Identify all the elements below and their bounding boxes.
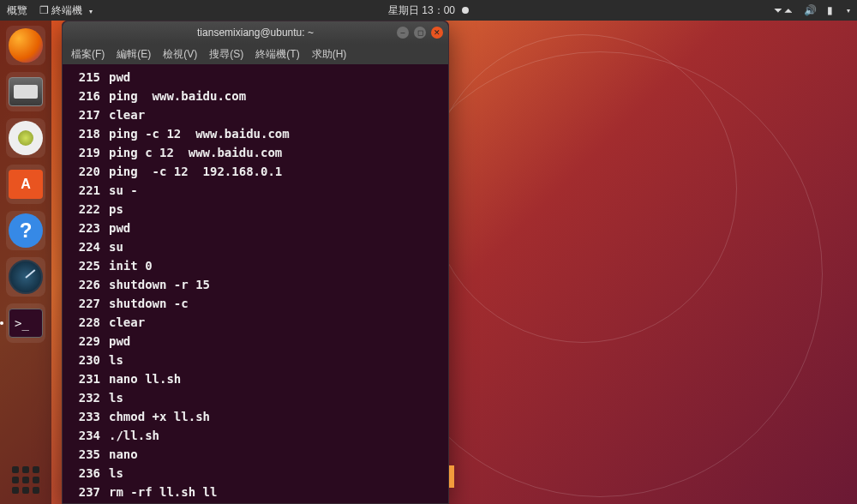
history-number: 221 bbox=[69, 181, 100, 200]
clock[interactable]: 星期日 13：00 bbox=[388, 3, 469, 18]
terminal-window: tiansemixiang@ubuntu: ~ – ◻ ✕ 檔案(F) 編輯(E… bbox=[62, 21, 449, 504]
history-command: su - bbox=[109, 181, 138, 200]
terminal-title: tiansemixiang@ubuntu: ~ bbox=[63, 27, 448, 39]
help-icon: ? bbox=[9, 213, 43, 248]
history-command: ls bbox=[109, 388, 123, 407]
activities-button[interactable]: 概覽 bbox=[7, 3, 27, 18]
history-command: ping -c 12 192.168.0.1 bbox=[109, 162, 282, 181]
history-line: 236ls bbox=[69, 464, 441, 483]
dock-help[interactable]: ? bbox=[6, 211, 45, 250]
history-command: ps bbox=[109, 200, 123, 219]
history-line: 227shutdown -c bbox=[69, 294, 441, 313]
history-command: init 0 bbox=[109, 256, 153, 275]
history-line: 231nano ll.sh bbox=[69, 369, 441, 388]
menu-terminal[interactable]: 終端機(T) bbox=[255, 47, 299, 62]
volume-icon[interactable]: 🔊 bbox=[804, 4, 817, 16]
battery-icon[interactable]: ▮ bbox=[827, 4, 833, 16]
notification-dot-icon bbox=[462, 7, 469, 14]
terminal-titlebar[interactable]: tiansemixiang@ubuntu: ~ – ◻ ✕ bbox=[63, 21, 448, 44]
terminal-icon: >_ bbox=[9, 309, 43, 338]
files-icon bbox=[9, 77, 43, 106]
dock-rhythmbox[interactable] bbox=[6, 118, 45, 158]
wallpaper-circle-small bbox=[428, 34, 737, 343]
top-panel: 概覽 ❐ 終端機 ▾ 星期日 13：00 ⏷⏶ 🔊 ▮ ▾ bbox=[0, 0, 857, 21]
history-line: 237rm -rf ll.sh ll bbox=[69, 483, 441, 501]
window-close-button[interactable]: ✕ bbox=[431, 27, 443, 39]
history-line: 216ping www.baidu.com bbox=[69, 87, 441, 105]
history-number: 235 bbox=[69, 445, 100, 464]
chevron-down-icon: ▾ bbox=[847, 7, 850, 15]
history-line: 225init 0 bbox=[69, 256, 441, 275]
terminal-icon: ❐ bbox=[39, 4, 49, 16]
menu-help[interactable]: 求助(H) bbox=[312, 47, 347, 62]
network-icon[interactable]: ⏷⏶ bbox=[773, 4, 794, 16]
history-line: 222ps bbox=[69, 200, 441, 219]
history-command: pwd bbox=[109, 68, 130, 87]
history-line: 218ping -c 12 www.baidu.com bbox=[69, 124, 441, 143]
system-tray[interactable]: ⏷⏶ 🔊 ▮ ▾ bbox=[773, 4, 850, 16]
history-line: 220ping -c 12 192.168.0.1 bbox=[69, 162, 441, 181]
history-command: su bbox=[109, 237, 123, 256]
history-line: 217clear bbox=[69, 105, 441, 124]
history-command: pwd bbox=[109, 332, 130, 351]
history-number: 229 bbox=[69, 332, 100, 351]
history-number: 215 bbox=[69, 68, 100, 87]
window-maximize-button[interactable]: ◻ bbox=[414, 27, 426, 39]
history-line: 223pwd bbox=[69, 219, 441, 237]
clock-icon bbox=[9, 260, 43, 294]
history-command: ping -c 12 www.baidu.com bbox=[109, 124, 290, 143]
history-command: ./ll.sh bbox=[109, 426, 159, 445]
dock-software[interactable]: A bbox=[6, 165, 45, 204]
dock: A ? >_ bbox=[0, 21, 51, 504]
history-number: 226 bbox=[69, 275, 100, 294]
history-number: 233 bbox=[69, 407, 100, 426]
history-number: 232 bbox=[69, 388, 100, 407]
history-number: 236 bbox=[69, 464, 100, 483]
dock-clocks[interactable] bbox=[6, 257, 45, 297]
history-command: nano ll.sh bbox=[109, 369, 181, 388]
store-icon: A bbox=[9, 170, 43, 199]
history-number: 216 bbox=[69, 87, 100, 105]
history-line: 221su - bbox=[69, 181, 441, 200]
history-number: 222 bbox=[69, 200, 100, 219]
menu-file[interactable]: 檔案(F) bbox=[71, 47, 105, 62]
history-number: 234 bbox=[69, 426, 100, 445]
history-command: shutdown -r 15 bbox=[109, 275, 210, 294]
app-menu[interactable]: ❐ 終端機 ▾ bbox=[39, 3, 93, 18]
history-command: rm -rf ll.sh ll bbox=[109, 483, 217, 501]
window-minimize-button[interactable]: – bbox=[397, 27, 409, 39]
history-line: 224su bbox=[69, 237, 441, 256]
history-line: 235nano bbox=[69, 445, 441, 464]
history-line: 215pwd bbox=[69, 68, 441, 87]
history-number: 228 bbox=[69, 313, 100, 332]
app-menu-label: 終端機 bbox=[51, 4, 82, 16]
history-command: nano bbox=[109, 445, 138, 464]
firefox-icon bbox=[9, 28, 43, 63]
history-command: pwd bbox=[109, 219, 130, 237]
history-command: chmod +x ll.sh bbox=[109, 407, 210, 426]
menu-edit[interactable]: 編輯(E) bbox=[117, 47, 151, 62]
history-command: ping www.baidu.com bbox=[109, 87, 246, 105]
dock-show-apps[interactable] bbox=[9, 463, 43, 497]
history-line: 229pwd bbox=[69, 332, 441, 351]
history-number: 237 bbox=[69, 483, 100, 501]
terminal-body[interactable]: 215pwd216ping www.baidu.com217clear218pi… bbox=[63, 64, 448, 503]
history-command: ls bbox=[109, 464, 123, 483]
window-resize-indicator bbox=[449, 465, 454, 488]
history-number: 218 bbox=[69, 124, 100, 143]
history-line: 232ls bbox=[69, 388, 441, 407]
dock-files[interactable] bbox=[6, 72, 45, 111]
terminal-menubar: 檔案(F) 編輯(E) 檢視(V) 搜尋(S) 終端機(T) 求助(H) bbox=[63, 44, 448, 64]
history-line: 219ping c 12 www.baidu.com bbox=[69, 143, 441, 162]
history-number: 223 bbox=[69, 219, 100, 237]
dock-firefox[interactable] bbox=[6, 26, 45, 65]
music-icon bbox=[9, 121, 43, 155]
dock-terminal[interactable]: >_ bbox=[6, 303, 45, 343]
menu-search[interactable]: 搜尋(S) bbox=[209, 47, 243, 62]
history-number: 231 bbox=[69, 369, 100, 388]
history-number: 220 bbox=[69, 162, 100, 181]
history-command: ls bbox=[109, 351, 123, 369]
history-number: 219 bbox=[69, 143, 100, 162]
history-line: 226shutdown -r 15 bbox=[69, 275, 441, 294]
menu-view[interactable]: 檢視(V) bbox=[163, 47, 197, 62]
